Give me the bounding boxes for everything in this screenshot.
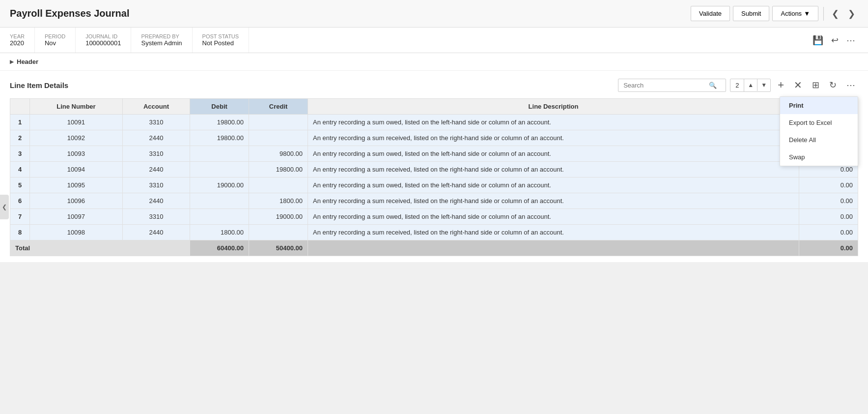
cell-debit: 19800.00: [190, 130, 249, 146]
nav-back-button[interactable]: ❮: [829, 6, 842, 21]
cell-debit: [190, 162, 249, 177]
cell-credit: 19000.00: [249, 209, 308, 225]
cell-amount: 0.00: [799, 177, 858, 193]
post-status-value: Not Posted: [202, 39, 239, 47]
content-area: ▶ Header Line Item Details 🔍 2 ▲ ▼ + ✕ ⊞…: [0, 53, 868, 262]
dropdown-item-swap[interactable]: Swap: [780, 148, 858, 166]
cell-account: 3310: [122, 209, 190, 225]
nav-forward-button[interactable]: ❯: [845, 6, 858, 21]
save-button[interactable]: 💾: [810, 33, 826, 48]
cell-line-number: 10093: [30, 146, 123, 162]
refresh-button[interactable]: ↻: [826, 78, 840, 92]
more-options-button[interactable]: ⋯: [843, 33, 858, 48]
cell-debit: 19800.00: [190, 115, 249, 130]
col-credit: Credit: [249, 99, 308, 115]
table-row[interactable]: 4 10094 2440 19800.00 An entry recording…: [10, 162, 858, 177]
table-row[interactable]: 2 10092 2440 19800.00 An entry recording…: [10, 130, 858, 146]
cell-description: An entry recording a sum owed, listed on…: [308, 146, 799, 162]
dropdown-item-print[interactable]: Print: [780, 97, 858, 114]
cell-line-number: 10091: [30, 115, 123, 130]
search-icon: 🔍: [709, 82, 717, 89]
table-row[interactable]: 6 10096 2440 1800.00 An entry recording …: [10, 193, 858, 209]
actions-dropdown-menu: PrintExport to ExcelDelete AllSwap: [780, 96, 858, 166]
meta-period: Period Nov: [45, 28, 76, 53]
total-amount: 0.00: [799, 240, 858, 256]
cell-description: An entry recording a sum received, liste…: [308, 130, 799, 146]
line-items-table: Line Number Account Debit Credit Line De…: [10, 98, 858, 256]
meta-bar: Year 2020 Period Nov Journal ID 10000000…: [0, 28, 868, 53]
columns-button[interactable]: ⊞: [809, 78, 822, 92]
page-up-button[interactable]: ▲: [744, 79, 757, 91]
cell-credit: 9800.00: [249, 146, 308, 162]
page-number: 2: [730, 79, 744, 91]
page-title: Payroll Expenses Journal: [10, 8, 691, 19]
cell-row-num: 8: [10, 225, 30, 240]
total-label: Total: [10, 240, 190, 256]
cell-row-num: 5: [10, 177, 30, 193]
cell-credit: 19800.00: [249, 162, 308, 177]
post-status-label: Post Status: [202, 33, 239, 39]
left-panel-handle[interactable]: ❮: [0, 195, 9, 219]
cell-account: 3310: [122, 115, 190, 130]
cell-debit: 1800.00: [190, 225, 249, 240]
validate-button[interactable]: Validate: [691, 6, 730, 21]
journal-id-label: Journal ID: [85, 33, 121, 39]
year-value: 2020: [10, 39, 25, 47]
search-box: 🔍: [618, 79, 726, 92]
cell-account: 2440: [122, 130, 190, 146]
cell-description: An entry recording a sum owed, listed on…: [308, 115, 799, 130]
cell-account: 3310: [122, 146, 190, 162]
cell-amount: 0.00: [799, 225, 858, 240]
cell-credit: 1800.00: [249, 193, 308, 209]
cell-line-number: 10096: [30, 193, 123, 209]
total-desc: [308, 240, 799, 256]
cell-debit: [190, 193, 249, 209]
delete-row-button[interactable]: ✕: [791, 77, 805, 93]
cell-description: An entry recording a sum owed, listed on…: [308, 209, 799, 225]
cell-credit: [249, 115, 308, 130]
prepared-by-value: System Admin: [141, 39, 182, 47]
cell-row-num: 4: [10, 162, 30, 177]
cell-debit: 19000.00: [190, 177, 249, 193]
cell-debit: [190, 209, 249, 225]
pagination-box: 2 ▲ ▼: [730, 79, 771, 92]
actions-dropdown-icon: ▼: [804, 10, 810, 17]
page-down-button[interactable]: ▼: [757, 79, 770, 91]
table-row[interactable]: 7 10097 3310 19000.00 An entry recording…: [10, 209, 858, 225]
meta-year: Year 2020: [10, 28, 35, 53]
cell-line-number: 10097: [30, 209, 123, 225]
cell-row-num: 6: [10, 193, 30, 209]
cell-description: An entry recording a sum received, liste…: [308, 193, 799, 209]
cell-credit: [249, 130, 308, 146]
cell-credit: [249, 177, 308, 193]
table-row[interactable]: 8 10098 2440 1800.00 An entry recording …: [10, 225, 858, 240]
table-row[interactable]: 5 10095 3310 19000.00 An entry recording…: [10, 177, 858, 193]
dropdown-item-export-excel[interactable]: Export to Excel: [780, 114, 858, 131]
cell-account: 2440: [122, 225, 190, 240]
more-table-options-button[interactable]: ⋯: [843, 78, 858, 92]
search-input[interactable]: [623, 82, 707, 89]
cell-account: 2440: [122, 162, 190, 177]
prepared-by-label: Prepared By: [141, 33, 182, 39]
cell-row-num: 3: [10, 146, 30, 162]
undo-button[interactable]: ↩: [828, 33, 841, 48]
cell-line-number: 10095: [30, 177, 123, 193]
meta-icon-group: 💾 ↩ ⋯: [810, 28, 858, 53]
cell-description: An entry recording a sum owed, listed on…: [308, 177, 799, 193]
header-section-toggle[interactable]: ▶ Header: [0, 53, 868, 71]
submit-button[interactable]: Submit: [733, 6, 769, 21]
cell-line-number: 10098: [30, 225, 123, 240]
line-item-title: Line Item Details: [10, 81, 614, 89]
handle-icon: ❮: [2, 204, 7, 210]
actions-button[interactable]: Actions ▼: [772, 6, 818, 21]
dropdown-item-delete-all[interactable]: Delete All: [780, 131, 858, 148]
line-item-section: Line Item Details 🔍 2 ▲ ▼ + ✕ ⊞ ↻ ⋯ Line…: [0, 71, 868, 262]
line-item-header: Line Item Details 🔍 2 ▲ ▼ + ✕ ⊞ ↻ ⋯: [10, 77, 858, 93]
cell-line-number: 10094: [30, 162, 123, 177]
total-debit: 60400.00: [190, 240, 249, 256]
table-row[interactable]: 3 10093 3310 9800.00 An entry recording …: [10, 146, 858, 162]
add-row-button[interactable]: +: [775, 77, 787, 93]
cell-description: An entry recording a sum received, liste…: [308, 162, 799, 177]
table-row[interactable]: 1 10091 3310 19800.00 An entry recording…: [10, 115, 858, 130]
cell-row-num: 7: [10, 209, 30, 225]
